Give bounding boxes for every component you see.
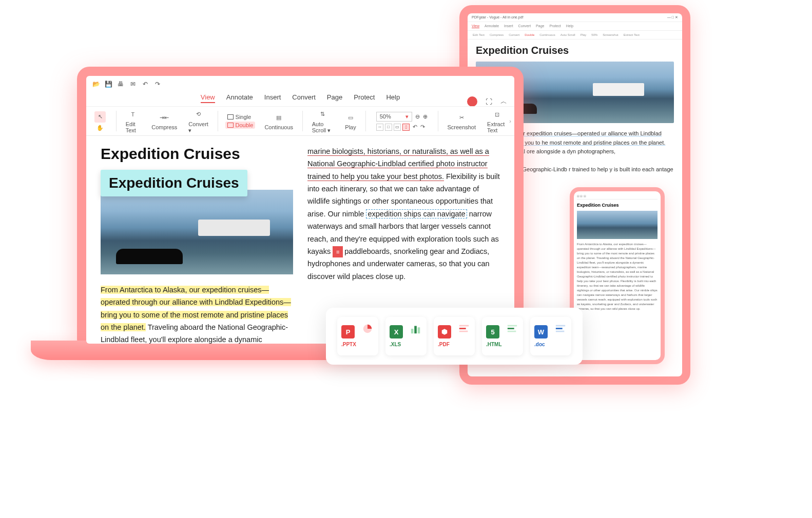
lines-icon xyxy=(507,323,518,334)
lines-icon xyxy=(555,323,566,334)
single-layout[interactable]: Single xyxy=(225,113,256,121)
print-icon[interactable]: 🖶 xyxy=(117,81,124,88)
zoom-in-icon[interactable]: ⊕ xyxy=(423,113,428,120)
svg-rect-12 xyxy=(556,331,565,332)
app-window: 📂 💾 🖶 ✉ ↶ ↷ View Annotate Insert Convert… xyxy=(86,76,514,344)
menu-protect[interactable]: Protect xyxy=(354,93,375,103)
svg-rect-2 xyxy=(414,326,417,334)
menu-convert[interactable]: Convert xyxy=(292,93,316,103)
card-html[interactable]: 5 .HTML xyxy=(482,317,523,355)
compress-button[interactable]: ⇥⇤ Compress xyxy=(149,112,179,130)
card-label: .PDF xyxy=(438,342,450,347)
tab-convert[interactable]: Convert xyxy=(518,24,531,28)
card-label: .XLS xyxy=(390,342,401,347)
screenshot-button[interactable]: ✂ Screenshot xyxy=(445,112,478,130)
rotate-left-icon[interactable]: ↶ xyxy=(413,124,417,130)
text-edit-overlay[interactable]: Expedition Cruises xyxy=(101,170,247,196)
pie-icon xyxy=(362,323,373,334)
menu-page[interactable]: Page xyxy=(327,93,342,103)
convert-button[interactable]: ⟲ Convert ▾ xyxy=(186,109,210,134)
lines-icon xyxy=(458,323,470,334)
fit-3[interactable]: ▭ xyxy=(394,124,401,131)
tab-page[interactable]: Page xyxy=(536,24,544,28)
menu-annotate[interactable]: Annotate xyxy=(226,93,253,103)
fullscreen-icon[interactable]: ⛶ xyxy=(486,98,492,106)
select-tool[interactable]: ↖ xyxy=(94,111,106,123)
svg-rect-4 xyxy=(459,325,469,327)
html-icon: 5 xyxy=(486,325,499,338)
document-image xyxy=(101,190,293,274)
undo-icon[interactable]: ↶ xyxy=(142,81,149,88)
edit-text-button[interactable]: T Edit Text xyxy=(124,109,143,133)
chevron-up-icon[interactable]: ︿ xyxy=(500,97,507,106)
auto-scroll-button[interactable]: ⇅ Auto Scroll ▾ xyxy=(310,109,336,134)
continuous-button[interactable]: ▤ Continuous xyxy=(262,112,295,130)
tab-view[interactable]: View xyxy=(472,24,479,28)
svg-rect-9 xyxy=(508,331,516,332)
tab-insert[interactable]: Insert xyxy=(504,24,513,28)
double-layout[interactable]: Double xyxy=(225,122,256,129)
phone-screen: ▤ ▤ ▤ Expedition Cruises From Antarctica… xyxy=(574,191,661,360)
play-button[interactable]: ▭ Play xyxy=(343,112,358,130)
svg-rect-5 xyxy=(459,328,466,329)
ribbon: ↖ ✋ T Edit Text ⇥⇤ Compress ⟲ Convert ▾ xyxy=(86,106,514,136)
tablet-window-controls: — □ ✕ xyxy=(667,15,678,19)
fit-4[interactable]: ▯ xyxy=(402,124,410,131)
menu-help[interactable]: Help xyxy=(386,93,400,103)
svg-rect-8 xyxy=(508,328,514,329)
fit-1[interactable]: ↔ xyxy=(376,124,383,131)
phone-doc-title: Expedition Cruises xyxy=(577,203,658,208)
card-doc[interactable]: W .doc xyxy=(530,317,571,355)
hand-tool[interactable]: ✋ xyxy=(94,125,106,131)
save-icon[interactable]: 💾 xyxy=(105,81,112,88)
note-icon[interactable]: ≡ xyxy=(333,246,343,257)
phone-doc-text: From Antarctica to Alaska, our expeditio… xyxy=(577,242,658,311)
format-cards: P .PPTX X .XLS .PDF 5 .HTML W .doc xyxy=(326,308,583,365)
card-label: .doc xyxy=(534,342,545,347)
svg-rect-3 xyxy=(418,327,420,333)
tablet-titlebar: PDFgear - Vogue - All in one.pdf — □ ✕ xyxy=(468,13,682,22)
phone-device: ▤ ▤ ▤ Expedition Cruises From Antarctica… xyxy=(570,187,665,364)
rotate-right-icon[interactable]: ↷ xyxy=(420,124,425,130)
zoom-select[interactable]: 50%▾ xyxy=(376,112,412,122)
svg-rect-10 xyxy=(556,325,565,327)
tablet-app-title: PDFgear - Vogue - All in one.pdf xyxy=(472,15,523,19)
excel-icon: X xyxy=(390,325,403,338)
card-label: .HTML xyxy=(486,342,502,347)
menu-view[interactable]: View xyxy=(201,93,215,103)
fit-buttons: ↔ □ ▭ ▯ xyxy=(376,124,410,131)
profile-icon[interactable] xyxy=(467,96,477,107)
card-pptx[interactable]: P .PPTX xyxy=(337,317,378,355)
bars-icon xyxy=(410,323,421,334)
redo-icon[interactable]: ↷ xyxy=(154,81,161,88)
tab-protect[interactable]: Protect xyxy=(549,24,560,28)
ribbon-more-icon[interactable]: › xyxy=(509,118,511,124)
svg-rect-11 xyxy=(556,328,563,329)
svg-rect-6 xyxy=(459,331,468,332)
phone-toolbar: ▤ ▤ ▤ xyxy=(577,194,658,200)
open-icon[interactable]: 📂 xyxy=(92,81,100,88)
email-icon[interactable]: ✉ xyxy=(129,81,137,88)
word-icon: W xyxy=(534,325,548,338)
paragraph-1: From Antarctica to Alaska, our expeditio… xyxy=(101,284,293,344)
document-title: Expedition Cruises xyxy=(101,145,293,163)
selection-box[interactable]: expedition ships can navigate xyxy=(366,209,467,218)
phone-doc-image xyxy=(577,211,658,239)
tab-help[interactable]: Help xyxy=(566,24,573,28)
card-xls[interactable]: X .XLS xyxy=(385,317,427,355)
svg-rect-1 xyxy=(411,329,414,333)
extract-text-button[interactable]: ⊡ Extract Text xyxy=(485,109,509,133)
powerpoint-icon: P xyxy=(341,325,355,338)
menu-insert[interactable]: Insert xyxy=(264,93,281,103)
tablet-ribbon: Edit Text Compress Convert Double Contin… xyxy=(468,31,682,39)
fit-2[interactable]: □ xyxy=(385,124,392,131)
column-left: Expedition Cruises Expedition Cruises Fr… xyxy=(101,145,293,344)
tablet-menu: View Annotate Insert Convert Page Protec… xyxy=(468,22,682,31)
zoom-out-icon[interactable]: ⊖ xyxy=(415,113,420,120)
card-pdf[interactable]: .PDF xyxy=(434,317,475,355)
svg-rect-7 xyxy=(508,325,517,327)
tablet-doc-title: Expedition Cruises xyxy=(476,45,674,56)
pdf-icon xyxy=(438,325,451,338)
card-label: .PPTX xyxy=(341,342,356,347)
tab-annotate[interactable]: Annotate xyxy=(485,24,499,28)
